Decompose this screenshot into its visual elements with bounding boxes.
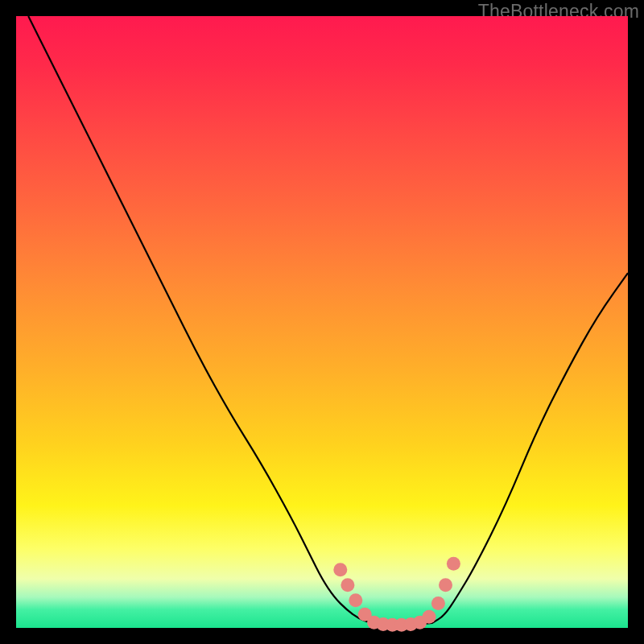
marker-group (333, 557, 460, 632)
marker-dot (447, 557, 460, 571)
curve-path (28, 16, 628, 625)
chart-svg (16, 16, 628, 628)
marker-dot (431, 597, 445, 610)
marker-dot (423, 610, 436, 624)
plot-area (16, 16, 628, 628)
marker-dot (333, 563, 347, 576)
marker-dot (349, 593, 362, 607)
marker-dot (439, 578, 452, 592)
marker-dot (341, 578, 354, 592)
chart-frame: TheBottleneck.com (0, 0, 644, 644)
